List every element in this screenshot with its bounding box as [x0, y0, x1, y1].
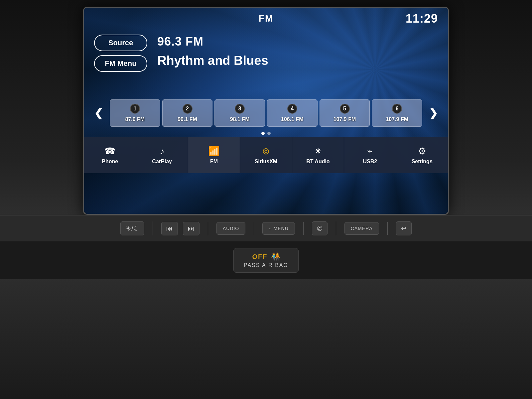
nav-label-bt_audio: BT Audio	[306, 159, 330, 165]
preset-freq-6: 107.9 FM	[386, 116, 408, 122]
nav-item-usb2[interactable]: ⌁USB2	[344, 137, 396, 173]
nav-item-bt_audio[interactable]: ⁕BT Audio	[292, 137, 344, 173]
menu-section: ⌂ MENU	[254, 222, 304, 235]
airbag-off-label: OFF	[252, 253, 268, 261]
camera-button[interactable]: CAMERA	[344, 222, 379, 235]
source-button[interactable]: Source	[94, 35, 147, 51]
prev-track-button[interactable]: ⏮	[161, 222, 178, 235]
physical-controls: ☀/☾ ⏮ ⏭ AUDIO ⌂ MENU ✆ CAMERA ↩	[0, 215, 532, 241]
preset-freq-4: 106.1 FM	[281, 116, 304, 122]
phone-section: ✆	[304, 221, 336, 235]
nav-item-carplay[interactable]: ♪CarPlay	[136, 137, 188, 173]
station-info: 96.3 FM Rhythm and Blues	[157, 33, 438, 93]
header: FM 11:29	[84, 8, 448, 30]
nav-label-fm: FM	[210, 159, 218, 165]
preset-number-1: 1	[130, 104, 140, 114]
preset-freq-1: 87.9 FM	[125, 116, 145, 122]
preset-button-1[interactable]: 187.9 FM	[110, 99, 160, 127]
preset-button-4[interactable]: 4106.1 FM	[267, 99, 318, 127]
next-track-button[interactable]: ⏭	[183, 222, 200, 235]
fm-icon: 📶	[208, 146, 220, 157]
station-frequency: 96.3 FM	[157, 35, 438, 49]
nav-label-phone: Phone	[102, 159, 118, 165]
presets-right-arrow[interactable]: ❯	[424, 103, 443, 123]
audio-section: AUDIO	[208, 222, 254, 235]
nav-item-phone[interactable]: ☎Phone	[84, 137, 136, 173]
home-menu-button[interactable]: ⌂ MENU	[262, 222, 295, 235]
preset-freq-5: 107.9 FM	[333, 116, 356, 122]
preset-button-2[interactable]: 290.1 FM	[162, 99, 213, 127]
nav-item-settings[interactable]: ⚙Settings	[396, 137, 448, 173]
airbag-indicator: OFF 🧑‍🤝‍🧑 PASS AIR BAG	[233, 248, 299, 273]
bottom-nav: ☎Phone♪CarPlay📶FM⊚SiriusXM⁕BT Audio⌁USB2…	[84, 137, 448, 173]
screen-bezel: FM 11:29 Source FM Menu 96.3 FM Rhythm a…	[83, 7, 449, 215]
pagination-dot-1	[267, 132, 271, 135]
main-screen: FM 11:29 Source FM Menu 96.3 FM Rhythm a…	[84, 8, 448, 214]
presets-container: ❮ 187.9 FM290.1 FM398.1 FM4106.1 FM5107.…	[84, 96, 448, 130]
nav-label-carplay: CarPlay	[152, 159, 172, 165]
radio-mode: FM	[209, 13, 324, 24]
camera-section: CAMERA	[336, 222, 388, 235]
brightness-section: ☀/☾	[112, 221, 153, 235]
gear-icon: ⚙	[418, 146, 426, 157]
audio-button[interactable]: AUDIO	[216, 222, 245, 235]
pagination-dots	[84, 130, 448, 137]
nav-label-usb2: USB2	[363, 159, 377, 165]
sirius-icon: ⊚	[262, 146, 270, 157]
usb-icon: ⌁	[367, 146, 373, 157]
content-area: Source FM Menu 96.3 FM Rhythm and Blues	[84, 30, 448, 96]
preset-button-5[interactable]: 5107.9 FM	[320, 99, 370, 127]
nav-label-settings: Settings	[412, 159, 433, 165]
station-genre: Rhythm and Blues	[157, 54, 438, 68]
preset-number-6: 6	[392, 104, 402, 114]
phone-call-button[interactable]: ✆	[312, 221, 328, 235]
clock-display: 11:29	[406, 12, 438, 26]
bluetooth-icon: ⁕	[314, 146, 322, 157]
preset-number-5: 5	[340, 104, 350, 114]
airbag-section: OFF 🧑‍🤝‍🧑 PASS AIR BAG	[0, 241, 532, 279]
preset-number-2: 2	[183, 104, 193, 114]
note-icon: ♪	[160, 146, 164, 157]
brightness-button[interactable]: ☀/☾	[120, 221, 144, 235]
back-button[interactable]: ↩	[396, 221, 412, 235]
preset-button-3[interactable]: 398.1 FM	[214, 99, 265, 127]
nav-item-siriusxm[interactable]: ⊚SiriusXM	[240, 137, 292, 173]
preset-freq-3: 98.1 FM	[230, 116, 250, 122]
airbag-label: PASS AIR BAG	[244, 262, 288, 268]
left-buttons: Source FM Menu	[94, 33, 147, 93]
preset-number-3: 3	[235, 104, 245, 114]
media-controls-section: ⏮ ⏭	[153, 222, 208, 235]
back-section: ↩	[388, 221, 420, 235]
nav-item-fm[interactable]: 📶FM	[188, 137, 240, 173]
preset-freq-2: 90.1 FM	[178, 116, 197, 122]
presets-row: 187.9 FM290.1 FM398.1 FM4106.1 FM5107.9 …	[110, 99, 422, 127]
car-body: FM 11:29 Source FM Menu 96.3 FM Rhythm a…	[0, 0, 532, 399]
pagination-dot-0	[261, 132, 265, 135]
airbag-icon: 🧑‍🤝‍🧑	[271, 252, 280, 261]
presets-left-arrow[interactable]: ❮	[89, 103, 108, 123]
preset-number-4: 4	[287, 104, 297, 114]
preset-button-6[interactable]: 6107.9 FM	[372, 99, 422, 127]
nav-label-siriusxm: SiriusXM	[255, 159, 277, 165]
phone-icon: ☎	[104, 146, 116, 157]
fm-menu-button[interactable]: FM Menu	[94, 55, 147, 72]
